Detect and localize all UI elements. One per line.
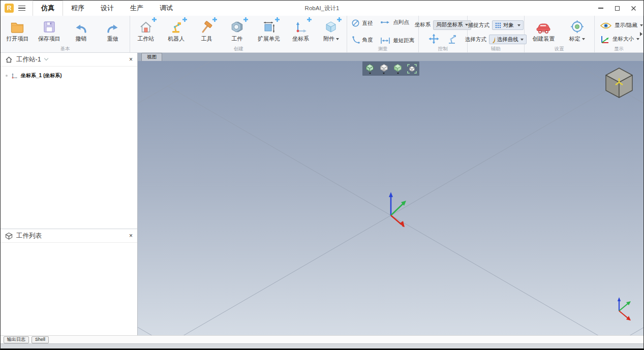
extension-unit-icon xyxy=(262,20,275,34)
menu-tabs: 仿真 程序 设计 生产 调试 xyxy=(33,1,181,16)
window-controls xyxy=(594,1,640,16)
navigation-triad xyxy=(604,296,637,329)
minimize-button[interactable] xyxy=(594,2,608,14)
zoom-fit-icon xyxy=(407,64,417,74)
chevron-down-icon xyxy=(640,24,643,26)
workstation-panel-close-button[interactable]: × xyxy=(129,56,133,62)
solid-shading-icon xyxy=(393,63,402,72)
chevron-down-icon xyxy=(636,38,639,40)
group-label-measure: 测量 xyxy=(347,46,418,52)
log-tab-bar: 输出日志 Shell xyxy=(1,335,643,343)
parts-panel-title: 工件列表 xyxy=(16,232,42,240)
tree-bullet xyxy=(6,75,8,77)
point-to-point-button[interactable]: 点到点 xyxy=(380,19,414,26)
maximize-button[interactable] xyxy=(610,2,624,14)
view-cube[interactable] xyxy=(604,67,635,100)
tree-item-frame[interactable]: 坐标系_1 (坐标系) xyxy=(6,72,137,79)
select-mode-dropdown[interactable]: 选择曲线 xyxy=(489,35,527,44)
parts-panel-close-button[interactable]: × xyxy=(129,233,133,239)
tab-program[interactable]: 程序 xyxy=(63,1,93,16)
plus-icon xyxy=(151,17,157,22)
workstation-icon xyxy=(139,20,152,34)
viewport: 视图 xyxy=(138,53,643,335)
view-toolbar xyxy=(362,61,419,76)
plus-icon xyxy=(182,17,188,22)
chevron-down-icon xyxy=(383,73,385,74)
redo-icon xyxy=(106,22,120,34)
tab-design[interactable]: 设计 xyxy=(93,1,122,16)
extension-unit-button[interactable]: 扩展单元 xyxy=(253,17,285,43)
angle-button[interactable]: 角度 xyxy=(351,36,373,44)
ribbon-group-assist: 捕捉方式 对象 选择方式 选择曲线 辅助 xyxy=(468,16,525,52)
move-icon[interactable] xyxy=(428,34,439,44)
axis-size-button[interactable]: 坐标大小 xyxy=(600,35,639,44)
calibrate-button[interactable]: 标定 xyxy=(563,17,591,43)
ribbon-group-measure: 直径 角度 点到点 最短距离 xyxy=(347,16,418,52)
chevron-down-icon xyxy=(397,73,399,74)
world-origin-triad xyxy=(371,185,416,231)
frame-select-dropdown[interactable]: 局部坐标系 xyxy=(433,20,471,30)
jog-robot-icon[interactable] xyxy=(446,34,457,44)
group-label-control: 控制 xyxy=(419,46,467,52)
angle-icon xyxy=(351,36,360,44)
calibrate-target-icon xyxy=(570,20,584,34)
close-button[interactable] xyxy=(626,2,640,14)
output-log-tab[interactable]: 输出日志 xyxy=(4,336,29,343)
maximize-icon xyxy=(615,6,620,11)
ribbon-group-create: 工作站 机器人 工具 工件 xyxy=(130,16,347,52)
group-label-display: 显示 xyxy=(595,46,643,52)
shortest-distance-button[interactable]: 最短距离 xyxy=(380,37,414,44)
home-icon xyxy=(5,56,13,63)
tab-simulation[interactable]: 仿真 xyxy=(33,1,63,16)
snap-mode-dropdown[interactable]: 对象 xyxy=(492,20,524,30)
wireframe-solid-button[interactable] xyxy=(378,62,390,75)
plus-icon xyxy=(212,17,218,22)
group-label-basic: 基本 xyxy=(1,46,130,52)
close-icon xyxy=(631,6,636,11)
ribbon-expand-icon[interactable] xyxy=(640,32,642,36)
workpiece-button[interactable]: 工件 xyxy=(222,17,252,43)
redo-button[interactable]: 重做 xyxy=(98,17,128,43)
viewport-canvas[interactable] xyxy=(138,61,643,335)
plus-icon xyxy=(336,17,342,22)
coordinate-frame-icon xyxy=(294,20,308,34)
chevron-down-icon[interactable] xyxy=(44,56,48,60)
tab-debug[interactable]: 调试 xyxy=(151,1,181,16)
robot-button[interactable]: 机器人 xyxy=(162,17,191,43)
viewport-tab-strip: 视图 xyxy=(138,53,643,61)
plus-icon xyxy=(306,17,312,22)
isometric-view-button[interactable] xyxy=(364,62,376,75)
app-window: R 仿真 程序 设计 生产 调试 RobAI_设计1 打开项目 xyxy=(0,0,644,350)
show-hide-button[interactable]: 显示/隐藏 xyxy=(600,22,643,29)
chevron-down-icon[interactable] xyxy=(336,38,339,40)
undo-button[interactable]: 撤销 xyxy=(66,17,96,43)
diameter-button[interactable]: 直径 xyxy=(351,19,373,27)
solid-shading-button[interactable] xyxy=(392,62,404,75)
hex-nut-icon xyxy=(230,20,244,34)
chevron-down-icon xyxy=(369,73,371,74)
eye-icon xyxy=(600,22,612,29)
shortest-distance-icon xyxy=(380,37,390,44)
open-project-button[interactable]: 打开项目 xyxy=(3,17,32,43)
view-tab[interactable]: 视图 xyxy=(141,53,162,61)
minimize-icon xyxy=(598,8,603,9)
undo-icon xyxy=(74,22,88,34)
zoom-fit-button[interactable] xyxy=(406,62,418,75)
app-logo[interactable]: R xyxy=(5,4,14,13)
axis-size-icon xyxy=(600,35,610,44)
select-mode-label: 选择方式 xyxy=(465,36,486,43)
shell-tab[interactable]: Shell xyxy=(32,336,49,343)
chevron-down-icon[interactable] xyxy=(582,38,585,40)
frame-button[interactable]: 坐标系 xyxy=(286,17,316,43)
point-to-point-icon xyxy=(380,19,390,25)
plus-icon xyxy=(243,17,249,22)
save-project-button[interactable]: 保存项目 xyxy=(35,17,64,43)
menu-icon[interactable] xyxy=(18,6,25,11)
workstation-button[interactable]: 工作站 xyxy=(131,17,161,43)
tool-button[interactable]: 工具 xyxy=(192,17,221,43)
create-device-button[interactable]: 创建装置 xyxy=(527,17,560,43)
snap-mode-label: 捕捉方式 xyxy=(468,22,489,29)
attachment-button[interactable]: 附件 xyxy=(316,17,346,43)
ribbon-group-settings: 创建装置 标定 设置 xyxy=(525,16,595,52)
tab-production[interactable]: 生产 xyxy=(122,1,151,16)
